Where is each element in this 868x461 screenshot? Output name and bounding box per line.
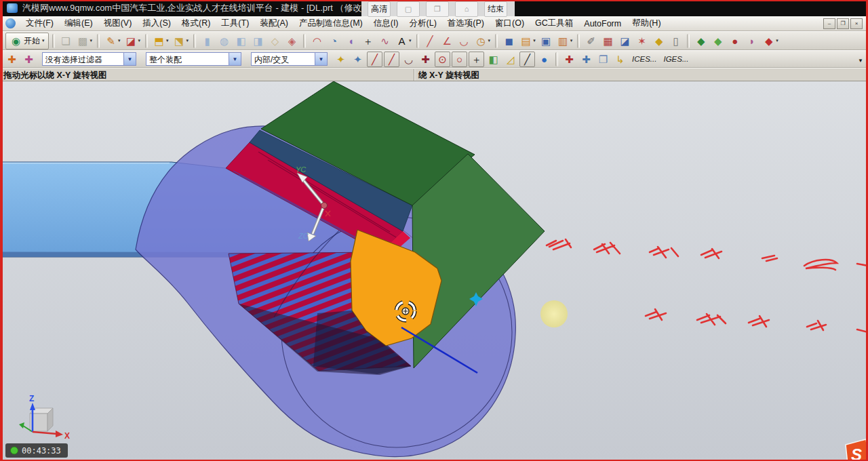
menu-analysis[interactable]: 分析(L) — [405, 17, 441, 31]
arc-curve-icon[interactable]: ◠ — [309, 33, 325, 49]
recording-timestamp: 00:43:33 — [5, 443, 68, 458]
curvature-analysis-icon[interactable]: ✶ — [634, 33, 650, 49]
pocket-feature-icon[interactable]: ◨ — [250, 33, 266, 49]
snap-point-menu-icon[interactable]: ✦ — [333, 52, 349, 67]
menu-insert[interactable]: 插入(S) — [138, 17, 176, 31]
iges-button-1[interactable]: ICES... — [629, 52, 659, 67]
menu-gc-toolbox[interactable]: GC工具箱 — [530, 17, 578, 31]
snap-point-menu2-icon[interactable]: ✦ — [350, 52, 366, 67]
snap-midpoint-icon[interactable]: ╱ — [384, 52, 399, 67]
datum-plane-icon[interactable]: ◪ ▾ — [123, 33, 142, 49]
recording-frame-left — [0, 0, 3, 461]
end-session-button[interactable]: 结束 — [484, 1, 507, 17]
snap-face-icon[interactable]: ◧ — [486, 52, 501, 67]
clipboard-icon[interactable]: ❐ — [595, 52, 611, 67]
menu-tools[interactable]: 工具(T) — [216, 17, 254, 31]
snap-quadrant-icon[interactable]: ○ — [452, 52, 467, 67]
rib-feature-icon[interactable]: ◇ — [267, 33, 283, 49]
start-button[interactable]: ◉ 开始 ▾ — [5, 33, 49, 49]
hole-feature-icon[interactable]: ◈ — [284, 33, 300, 49]
extrude-icon[interactable]: ⬒ ▾ — [151, 33, 170, 49]
boss-feature-icon[interactable]: ◍ — [216, 33, 232, 49]
draft-check-icon[interactable]: ✐ — [583, 33, 599, 49]
triad-z-label: Z — [29, 394, 34, 403]
snap-arc-center-icon[interactable]: ⊙ — [435, 52, 450, 67]
sketch-icon[interactable]: ✎ ▾ — [103, 33, 122, 49]
menu-autoform[interactable]: AutoForm — [579, 17, 626, 31]
menu-bar: 文件(F) 编辑(E) 视图(V) 插入(S) 格式(R) — [0, 16, 868, 31]
cylinder-feature-icon[interactable]: ▮ — [199, 33, 215, 49]
menu-assemblies[interactable]: 装配(A) — [255, 17, 293, 31]
deviation-gauge-icon[interactable]: ● — [727, 33, 743, 49]
recording-frame-top — [0, 0, 868, 1]
menu-pmi[interactable]: 产品制造信息(M) — [294, 17, 368, 31]
hd-quality-button[interactable]: 高清 — [368, 1, 391, 17]
iges-button-2[interactable]: IGES... — [660, 52, 691, 67]
menu-information[interactable]: 信息(I) — [369, 17, 403, 31]
point-icon[interactable]: ＋ — [360, 33, 376, 49]
crossing-mode-dropdown[interactable]: 内部/交叉 ▼ — [251, 52, 328, 66]
menu-file[interactable]: 文件(F) — [21, 17, 58, 31]
toolbar-overflow-icon[interactable]: ▼ — [858, 58, 863, 64]
window-mode-button[interactable]: ❐ — [426, 1, 449, 17]
measure-angle-icon[interactable]: ∠ — [439, 33, 455, 49]
surface-check-icon[interactable]: ◗ — [744, 33, 760, 49]
offset-curve-icon[interactable]: ◖ — [343, 33, 359, 49]
snap-intersection-icon[interactable]: ✚ — [418, 52, 433, 67]
face-check-green2-icon[interactable]: ◆ — [710, 33, 726, 49]
snap-point-on-line-icon[interactable]: ╱ — [519, 52, 535, 67]
selection-filter-dropdown[interactable]: 没有选择过滤器 ▼ — [42, 52, 136, 66]
graphics-canvas[interactable]: YC ZC — [0, 81, 868, 461]
window-display-icon[interactable]: ▣ — [538, 33, 554, 49]
detail-filter-icon[interactable]: ✚ — [21, 52, 37, 67]
clock-icon[interactable]: ◷ ▾ — [473, 33, 492, 49]
graphics-window[interactable]: YC ZC — [0, 81, 868, 461]
child-close-button[interactable]: × — [850, 18, 863, 29]
face-check-green-icon[interactable]: ◆ — [693, 33, 709, 49]
measure-distance-icon[interactable]: ╱ — [422, 33, 438, 49]
wcs-dynamics-icon[interactable]: ✚ — [578, 52, 594, 67]
snap-tangent-icon[interactable]: ◡ — [401, 52, 416, 67]
dropdown-arrow-icon[interactable]: ▼ — [229, 53, 241, 65]
layer-settings-icon[interactable]: ▥ ▾ — [555, 33, 574, 49]
conic-curve-icon[interactable]: ◔ — [326, 33, 342, 49]
menu-preferences[interactable]: 首选项(P) — [443, 17, 489, 31]
child-restore-button[interactable]: ❐ — [837, 18, 849, 29]
dropdown-arrow-icon[interactable]: ▼ — [123, 53, 136, 65]
snap-endpoint-icon[interactable]: ╱ — [367, 52, 382, 67]
selection-lead-icons: ✚ ✚ — [3, 52, 37, 67]
home-button[interactable]: ⌂ — [455, 1, 478, 17]
selection-scope-dropdown[interactable]: 整个装配 ▼ — [146, 52, 241, 66]
menu-window[interactable]: 窗口(O) — [490, 17, 529, 31]
fit-frame-button[interactable]: ▢ — [397, 1, 420, 17]
type-filter-icon[interactable]: ✚ — [4, 52, 20, 67]
examine-geometry-icon[interactable]: ◆ ▾ — [761, 33, 780, 49]
paste-object-icon[interactable]: ▩ ▾ — [75, 33, 94, 49]
spline-icon[interactable]: ∿ — [377, 33, 393, 49]
main-toolbar: ◉ 开始 ▾ ❏ ▩ ▾ ✎ ▾ — [0, 31, 868, 50]
book-view-icon[interactable]: ▤ ▾ — [518, 33, 537, 49]
revolve-icon[interactable]: ⬔ ▾ — [172, 33, 191, 49]
dropdown-arrow-icon[interactable]: ▼ — [315, 53, 327, 65]
video-control-panel: 高清 ▢ ❐ ⌂ 结束 — [361, 1, 515, 16]
snap-point-on-curve-icon[interactable]: ＋ — [469, 52, 484, 67]
snap-facet-body-icon[interactable]: ◿ — [502, 52, 518, 67]
draft-analysis-icon[interactable]: ◪ — [617, 33, 633, 49]
section-analysis-icon[interactable]: ▦ — [600, 33, 616, 49]
reflection-analysis-icon[interactable]: ◆ — [651, 33, 667, 49]
menu-format[interactable]: 格式(R) — [177, 17, 215, 31]
grid-analysis-icon[interactable]: ▯ — [668, 33, 684, 49]
selection-bar: ✚ ✚ 没有选择过滤器 ▼ 整个装配 ▼ 内部/交叉 ▼ ✦ — [0, 50, 868, 68]
pad-feature-icon[interactable]: ◧ — [233, 33, 249, 49]
menu-help[interactable]: 帮助(H) — [627, 17, 665, 31]
display-mode-icon[interactable]: ◼ — [501, 33, 517, 49]
child-minimize-button[interactable]: – — [823, 18, 835, 29]
orient-wcs-icon[interactable]: ✚ — [561, 52, 577, 67]
measure-body-icon[interactable]: ◡ — [456, 33, 472, 49]
menu-view[interactable]: 视图(V) — [99, 17, 137, 31]
copy-object-icon[interactable]: ❏ — [58, 33, 74, 49]
menu-edit[interactable]: 编辑(E) — [60, 17, 98, 31]
text-icon[interactable]: A ▾ — [394, 33, 413, 49]
export-part-icon[interactable]: ↳ — [612, 52, 628, 67]
snap-sphere-icon[interactable]: ● — [536, 52, 552, 67]
